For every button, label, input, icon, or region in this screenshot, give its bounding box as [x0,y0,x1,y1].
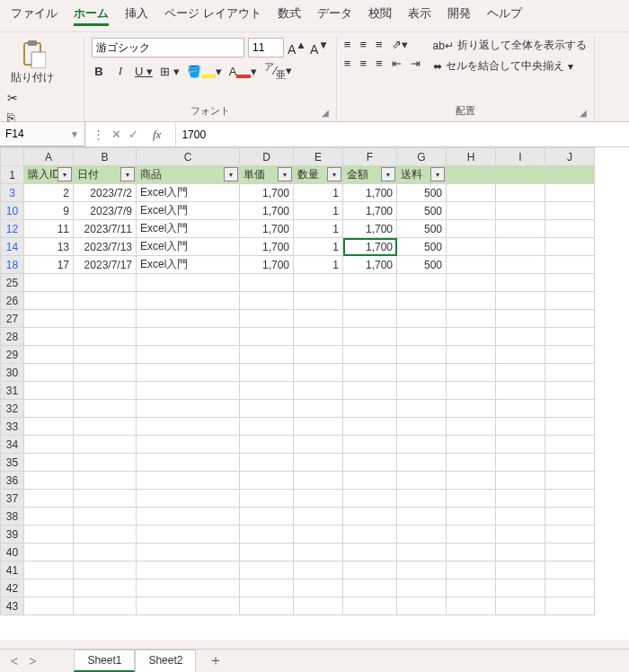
indent-increase-icon[interactable]: ⇥ [411,57,421,70]
cell[interactable] [74,364,137,382]
cell[interactable]: Excel入門 [137,220,240,238]
cell[interactable]: 2023/7/9 [74,202,137,220]
align-left-icon[interactable]: ≡ [344,57,351,70]
cell[interactable] [447,561,496,579]
cell[interactable] [74,400,137,418]
cell[interactable] [496,364,545,382]
cell[interactable] [343,274,397,292]
cell[interactable]: 2023/7/17 [74,256,137,274]
cell[interactable] [137,400,240,418]
cell[interactable] [496,346,545,364]
cell[interactable] [545,310,595,328]
cell[interactable] [397,490,447,508]
cell[interactable] [294,382,343,400]
cell[interactable] [496,526,545,544]
cell[interactable] [24,544,74,561]
cell[interactable]: 1 [294,220,343,238]
add-sheet-button[interactable]: ＋ [199,651,232,670]
cell[interactable] [496,454,545,472]
cell[interactable] [343,418,397,436]
cell[interactable]: 単価▾ [240,166,294,184]
cell[interactable] [447,364,496,382]
cell[interactable] [545,454,595,472]
cell[interactable] [397,597,447,615]
cell[interactable] [24,436,74,454]
cell[interactable] [294,508,343,526]
cell[interactable] [447,400,496,418]
cell[interactable] [545,328,595,346]
cell[interactable] [24,382,74,400]
menu-挿入[interactable]: 挿入 [125,5,148,26]
cell[interactable] [397,472,447,490]
row-header[interactable]: 26 [1,292,24,310]
cell[interactable] [397,526,447,544]
cell[interactable] [24,508,74,526]
cell[interactable] [496,382,545,400]
cell[interactable] [240,472,294,490]
cell[interactable] [294,436,343,454]
cut-button[interactable]: ✂ [7,91,20,105]
name-box-input[interactable] [5,128,59,140]
cell[interactable] [74,382,137,400]
row-header[interactable]: 38 [1,508,24,526]
cell[interactable]: Excel入門 [137,238,240,256]
menu-ホーム[interactable]: ホーム [74,5,109,26]
cell[interactable] [343,328,397,346]
cell[interactable] [137,508,240,526]
cell[interactable] [137,490,240,508]
cell[interactable] [343,364,397,382]
cell[interactable]: 2023/7/11 [74,220,137,238]
cell[interactable] [294,454,343,472]
cell[interactable] [240,544,294,561]
col-header-E[interactable]: E [294,148,343,166]
cell[interactable]: 11 [24,220,74,238]
filter-button[interactable]: ▾ [278,167,292,181]
cell[interactable]: 500 [397,256,447,274]
cell[interactable] [545,508,595,526]
cell[interactable] [343,310,397,328]
cell[interactable] [545,597,595,615]
col-header-J[interactable]: J [545,148,595,166]
col-header-H[interactable]: H [447,148,496,166]
menu-ページ レイアウト[interactable]: ページ レイアウト [164,5,261,26]
cell[interactable] [294,310,343,328]
cell[interactable] [137,526,240,544]
cell[interactable] [343,436,397,454]
cell[interactable]: 1,700 [240,238,294,256]
cell[interactable]: 1 [294,256,343,274]
cell[interactable] [24,597,74,615]
cell[interactable] [447,579,496,597]
cell[interactable] [240,561,294,579]
cell[interactable] [294,418,343,436]
row-header[interactable]: 37 [1,490,24,508]
cell[interactable] [447,472,496,490]
cell[interactable] [343,400,397,418]
cell[interactable] [397,544,447,561]
cell[interactable] [545,418,595,436]
cell[interactable] [545,544,595,561]
cell[interactable] [74,472,137,490]
menu-表示[interactable]: 表示 [408,5,431,26]
sheet-tab-Sheet1[interactable]: Sheet1 [74,650,135,672]
cell[interactable] [240,490,294,508]
bold-button[interactable]: B [92,65,106,78]
cell[interactable] [545,256,595,274]
fill-color-button[interactable]: 🪣▾ [187,65,222,78]
col-header-F[interactable]: F [343,148,397,166]
cell[interactable] [545,400,595,418]
cell[interactable] [137,310,240,328]
row-header[interactable]: 39 [1,526,24,544]
cell[interactable] [496,238,545,256]
cell[interactable] [343,544,397,561]
cell[interactable] [74,579,137,597]
col-header-A[interactable]: A [24,148,74,166]
cell[interactable] [496,544,545,561]
cell[interactable]: 2023/7/2 [74,184,137,202]
cell[interactable] [496,256,545,274]
row-header[interactable]: 14 [1,238,24,256]
font-name-input[interactable] [92,38,244,57]
chevron-down-icon[interactable]: ▼ [70,129,79,139]
cell[interactable] [496,436,545,454]
row-header[interactable]: 27 [1,310,24,328]
cell[interactable] [447,220,496,238]
